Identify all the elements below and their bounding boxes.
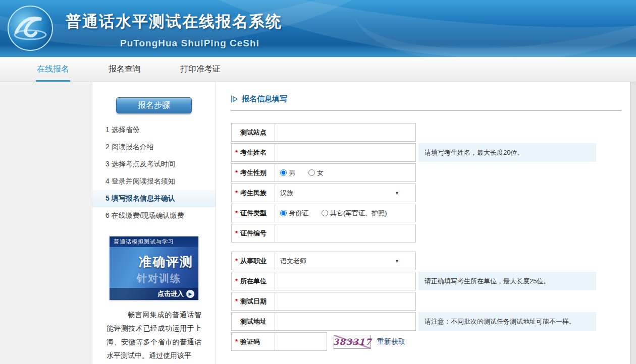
step-item-2: 2 阅读报名介绍	[92, 139, 216, 156]
field-label-text: 证件编号	[240, 229, 267, 238]
id-number-field-box: *证件编号	[231, 224, 416, 242]
step-item-4: 4 登录并阅读报名须知	[92, 173, 216, 190]
section-title-text: 报名信息填写	[242, 94, 287, 104]
form-row-captcha: *验证码383317重新获取	[231, 332, 624, 351]
field-label-text: 验证码	[240, 337, 260, 346]
chevron-down-icon: ▼	[395, 259, 399, 264]
nav-item-打印准考证[interactable]: 打印准考证	[166, 57, 235, 82]
required-asterisk: *	[235, 297, 238, 305]
play-icon: ▶	[186, 290, 194, 298]
page: 普通话水平测试在线报名系统 PuTongHua ShuiPing CeShi 在…	[0, 0, 636, 364]
form-row-test-date: *测试日期	[231, 292, 624, 311]
field-control	[275, 313, 415, 330]
nav-item-报名查询[interactable]: 报名查询	[94, 57, 155, 82]
field-label: *考生姓名	[232, 144, 275, 161]
field-label: *证件编号	[232, 224, 275, 242]
app-logo-icon	[6, 4, 55, 54]
required-asterisk: *	[235, 209, 238, 217]
sidebar-description: 畅言网集成的普通话智能评测技术已经成功运用于上海、安徽等多个省市的普通话水平测试…	[107, 308, 201, 362]
required-asterisk: *	[235, 189, 238, 197]
field-label-text: 考生姓名	[240, 148, 267, 157]
field-control: 男女	[275, 164, 415, 181]
candidate-name-input[interactable]	[275, 144, 415, 161]
form-row-candidate-ethnicity: *考生民族汉族▼	[231, 184, 624, 202]
title-divider	[231, 110, 621, 111]
id-type-field-box: *证件类型身份证其它(军官证、护照)	[231, 204, 416, 222]
test-site-input[interactable]	[275, 124, 415, 141]
nav-item-在线报名[interactable]: 在线报名	[23, 57, 83, 82]
field-label: *从事职业	[232, 252, 275, 270]
field-label-text: 测试日期	[240, 297, 267, 306]
field-control: 身份证其它(军官证、护照)	[275, 204, 415, 222]
field-control: 汉族▼	[275, 184, 415, 202]
field-label: *考生民族	[232, 184, 275, 202]
sidebar: 报名步骤 1 选择省份2 阅读报名介绍3 选择考点及考试时间4 登录并阅读报名须…	[92, 82, 216, 364]
test-address-input[interactable]	[275, 313, 415, 330]
form-row-occupation: *从事职业语文老师▼	[231, 252, 624, 270]
required-asterisk: *	[235, 277, 238, 285]
form-row-test-site: 测试站点	[231, 123, 624, 142]
field-control	[275, 224, 415, 242]
candidate-gender-radio-男[interactable]	[280, 169, 287, 176]
test-address-field-box: 测试地址	[231, 312, 416, 331]
required-asterisk: *	[235, 229, 238, 237]
field-label: *验证码	[232, 333, 275, 350]
field-label: 测试站点	[232, 124, 275, 141]
app-title: 普通话水平测试在线报名系统	[66, 11, 282, 32]
captcha-input[interactable]	[275, 333, 327, 350]
right-edge-strip	[630, 82, 636, 364]
banner-slogan-1: 准确评测	[110, 254, 198, 270]
field-label-text: 所在单位	[240, 277, 267, 286]
field-control	[275, 144, 415, 161]
banner-cta-label: 点击进入	[157, 289, 184, 298]
id-type-radio-身份证[interactable]	[280, 210, 287, 216]
field-hint: 请填写考生姓名，最大长度20位。	[418, 143, 596, 162]
field-control	[275, 124, 415, 141]
id-type-option-身份证[interactable]: 身份证	[280, 209, 308, 218]
candidate-gender-radio-女[interactable]	[308, 169, 315, 176]
test-site-field-box: 测试站点	[231, 123, 416, 142]
section-title: 报名信息填写	[231, 91, 624, 104]
steps-list: 1 选择省份2 阅读报名介绍3 选择考点及考试时间4 登录并阅读报名须知5 填写…	[92, 122, 216, 224]
required-asterisk: *	[235, 169, 238, 176]
step-item-3: 3 选择考点及考试时间	[92, 156, 216, 173]
refresh-captcha-link[interactable]: 重新获取	[377, 337, 405, 346]
banner-slogan-2: 针对训练	[110, 272, 198, 285]
field-label-text: 从事职业	[240, 257, 267, 266]
banner-cta[interactable]: 点击进入 ▶	[110, 288, 198, 300]
field-control	[275, 333, 327, 350]
field-label-text: 证件类型	[240, 209, 267, 218]
steps-button[interactable]: 报名步骤	[116, 97, 192, 113]
candidate-ethnicity-select[interactable]: 汉族▼	[275, 184, 415, 202]
field-label-text: 测试站点	[240, 128, 267, 137]
candidate-name-field-box: *考生姓名	[231, 143, 416, 162]
registration-form: 测试站点*考生姓名请填写考生姓名，最大长度20位。*考生性别男女*考生民族汉族▼…	[231, 123, 624, 351]
promo-banner[interactable]: 普通话模拟测试与学习 准确评测 针对训练 点击进入 ▶	[110, 236, 198, 300]
occupation-select[interactable]: 语文老师▼	[275, 252, 415, 270]
field-control	[275, 292, 415, 310]
field-label: *考生性别	[232, 164, 275, 181]
banner-title: 普通话模拟测试与学习	[110, 236, 198, 247]
app-subtitle: PuTongHua ShuiPing CeShi	[66, 38, 282, 49]
work-unit-field-box: *所在单位	[231, 272, 416, 290]
id-type-radio-其它(军官证、护照)[interactable]	[322, 210, 328, 216]
candidate-gender-option-男[interactable]: 男	[280, 168, 295, 177]
field-control	[275, 272, 415, 290]
section-arrow-icon	[231, 95, 238, 103]
work-unit-input[interactable]	[275, 272, 415, 290]
header-titles: 普通话水平测试在线报名系统 PuTongHua ShuiPing CeShi	[66, 11, 282, 49]
test-date-input[interactable]	[275, 292, 415, 310]
candidate-ethnicity-field-box: *考生民族汉族▼	[231, 184, 416, 202]
candidate-gender-field-box: *考生性别男女	[231, 163, 416, 182]
id-number-input[interactable]	[275, 224, 415, 242]
field-label: *证件类型	[232, 204, 275, 222]
id-type-option-其它(军官证、护照)[interactable]: 其它(军官证、护照)	[322, 209, 387, 218]
candidate-ethnicity-selected-value: 汉族	[280, 189, 293, 198]
required-asterisk: *	[235, 257, 238, 265]
candidate-gender-option-女[interactable]: 女	[308, 168, 324, 177]
step-item-5: 5 填写报名信息并确认	[92, 190, 216, 207]
left-gutter	[0, 82, 92, 364]
captcha-image: 383317	[334, 335, 371, 349]
field-control: 语文老师▼	[275, 252, 415, 270]
field-label-text: 考生性别	[240, 168, 267, 177]
